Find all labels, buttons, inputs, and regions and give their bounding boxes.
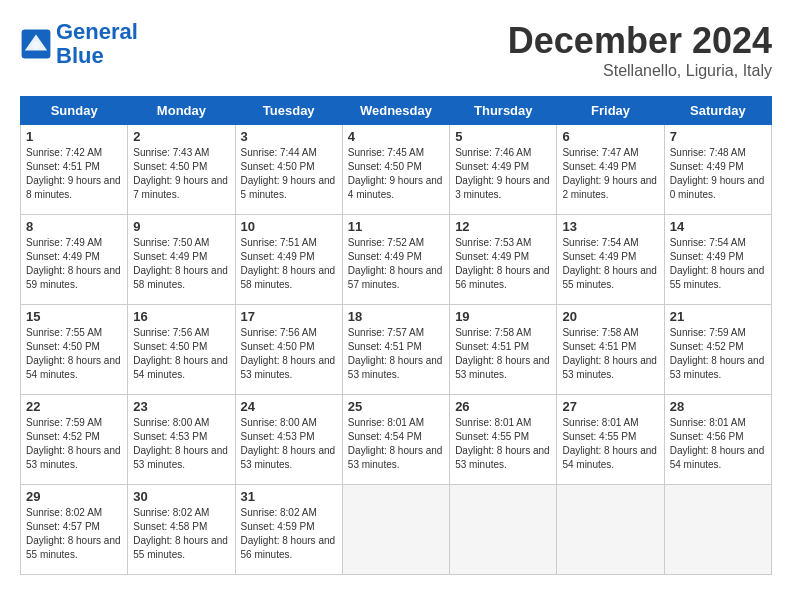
page-header: General Blue December 2024 Stellanello, … [20, 20, 772, 80]
daylight-label: Daylight: 8 hours and 53 minutes. [133, 445, 228, 470]
calendar-day-cell: 22 Sunrise: 7:59 AM Sunset: 4:52 PM Dayl… [21, 395, 128, 485]
day-info: Sunrise: 8:02 AM Sunset: 4:57 PM Dayligh… [26, 506, 122, 562]
sunset-label: Sunset: 4:52 PM [670, 341, 744, 352]
calendar-day-cell: 17 Sunrise: 7:56 AM Sunset: 4:50 PM Dayl… [235, 305, 342, 395]
day-info: Sunrise: 7:43 AM Sunset: 4:50 PM Dayligh… [133, 146, 229, 202]
sunrise-label: Sunrise: 7:47 AM [562, 147, 638, 158]
daylight-label: Daylight: 8 hours and 53 minutes. [348, 355, 443, 380]
calendar-day-cell: 31 Sunrise: 8:02 AM Sunset: 4:59 PM Dayl… [235, 485, 342, 575]
calendar-day-cell: 5 Sunrise: 7:46 AM Sunset: 4:49 PM Dayli… [450, 125, 557, 215]
day-number: 23 [133, 399, 229, 414]
header-wednesday: Wednesday [342, 97, 449, 125]
header-saturday: Saturday [664, 97, 771, 125]
calendar-day-cell [450, 485, 557, 575]
daylight-label: Daylight: 9 hours and 2 minutes. [562, 175, 657, 200]
day-number: 21 [670, 309, 766, 324]
sunset-label: Sunset: 4:49 PM [562, 251, 636, 262]
sunrise-label: Sunrise: 7:54 AM [670, 237, 746, 248]
calendar-week-row: 15 Sunrise: 7:55 AM Sunset: 4:50 PM Dayl… [21, 305, 772, 395]
sunset-label: Sunset: 4:51 PM [455, 341, 529, 352]
day-info: Sunrise: 7:52 AM Sunset: 4:49 PM Dayligh… [348, 236, 444, 292]
calendar-day-cell: 13 Sunrise: 7:54 AM Sunset: 4:49 PM Dayl… [557, 215, 664, 305]
day-info: Sunrise: 7:49 AM Sunset: 4:49 PM Dayligh… [26, 236, 122, 292]
daylight-label: Daylight: 8 hours and 58 minutes. [241, 265, 336, 290]
title-area: December 2024 Stellanello, Liguria, Ital… [508, 20, 772, 80]
daylight-label: Daylight: 8 hours and 53 minutes. [348, 445, 443, 470]
sunset-label: Sunset: 4:49 PM [455, 251, 529, 262]
sunrise-label: Sunrise: 7:57 AM [348, 327, 424, 338]
sunrise-label: Sunrise: 7:54 AM [562, 237, 638, 248]
calendar-day-cell: 1 Sunrise: 7:42 AM Sunset: 4:51 PM Dayli… [21, 125, 128, 215]
day-number: 31 [241, 489, 337, 504]
calendar-day-cell: 12 Sunrise: 7:53 AM Sunset: 4:49 PM Dayl… [450, 215, 557, 305]
daylight-label: Daylight: 9 hours and 3 minutes. [455, 175, 550, 200]
day-number: 29 [26, 489, 122, 504]
day-info: Sunrise: 7:58 AM Sunset: 4:51 PM Dayligh… [562, 326, 658, 382]
sunset-label: Sunset: 4:50 PM [133, 341, 207, 352]
calendar-week-row: 8 Sunrise: 7:49 AM Sunset: 4:49 PM Dayli… [21, 215, 772, 305]
logo-line1: General [56, 19, 138, 44]
sunrise-label: Sunrise: 7:43 AM [133, 147, 209, 158]
header-tuesday: Tuesday [235, 97, 342, 125]
sunrise-label: Sunrise: 8:01 AM [348, 417, 424, 428]
day-number: 2 [133, 129, 229, 144]
daylight-label: Daylight: 9 hours and 0 minutes. [670, 175, 765, 200]
day-number: 24 [241, 399, 337, 414]
calendar-day-cell [664, 485, 771, 575]
daylight-label: Daylight: 8 hours and 53 minutes. [241, 445, 336, 470]
sunrise-label: Sunrise: 7:53 AM [455, 237, 531, 248]
daylight-label: Daylight: 8 hours and 56 minutes. [455, 265, 550, 290]
sunset-label: Sunset: 4:50 PM [241, 161, 315, 172]
sunset-label: Sunset: 4:53 PM [241, 431, 315, 442]
svg-point-2 [32, 42, 40, 50]
day-number: 15 [26, 309, 122, 324]
daylight-label: Daylight: 9 hours and 8 minutes. [26, 175, 121, 200]
daylight-label: Daylight: 8 hours and 55 minutes. [26, 535, 121, 560]
sunrise-label: Sunrise: 8:01 AM [562, 417, 638, 428]
sunset-label: Sunset: 4:51 PM [562, 341, 636, 352]
day-number: 8 [26, 219, 122, 234]
day-info: Sunrise: 7:53 AM Sunset: 4:49 PM Dayligh… [455, 236, 551, 292]
calendar-day-cell: 23 Sunrise: 8:00 AM Sunset: 4:53 PM Dayl… [128, 395, 235, 485]
sunrise-label: Sunrise: 8:01 AM [670, 417, 746, 428]
calendar-day-cell: 16 Sunrise: 7:56 AM Sunset: 4:50 PM Dayl… [128, 305, 235, 395]
location: Stellanello, Liguria, Italy [508, 62, 772, 80]
sunset-label: Sunset: 4:56 PM [670, 431, 744, 442]
calendar-day-cell: 30 Sunrise: 8:02 AM Sunset: 4:58 PM Dayl… [128, 485, 235, 575]
header-monday: Monday [128, 97, 235, 125]
day-info: Sunrise: 8:01 AM Sunset: 4:55 PM Dayligh… [455, 416, 551, 472]
calendar-day-cell: 27 Sunrise: 8:01 AM Sunset: 4:55 PM Dayl… [557, 395, 664, 485]
day-number: 7 [670, 129, 766, 144]
daylight-label: Daylight: 8 hours and 55 minutes. [133, 535, 228, 560]
calendar-day-cell: 18 Sunrise: 7:57 AM Sunset: 4:51 PM Dayl… [342, 305, 449, 395]
daylight-label: Daylight: 8 hours and 53 minutes. [562, 355, 657, 380]
header-friday: Friday [557, 97, 664, 125]
day-info: Sunrise: 7:56 AM Sunset: 4:50 PM Dayligh… [241, 326, 337, 382]
sunset-label: Sunset: 4:51 PM [348, 341, 422, 352]
sunrise-label: Sunrise: 7:52 AM [348, 237, 424, 248]
day-info: Sunrise: 8:01 AM Sunset: 4:54 PM Dayligh… [348, 416, 444, 472]
sunrise-label: Sunrise: 8:02 AM [133, 507, 209, 518]
day-info: Sunrise: 8:00 AM Sunset: 4:53 PM Dayligh… [241, 416, 337, 472]
calendar-day-cell: 20 Sunrise: 7:58 AM Sunset: 4:51 PM Dayl… [557, 305, 664, 395]
calendar-day-cell: 28 Sunrise: 8:01 AM Sunset: 4:56 PM Dayl… [664, 395, 771, 485]
calendar-day-cell: 9 Sunrise: 7:50 AM Sunset: 4:49 PM Dayli… [128, 215, 235, 305]
day-number: 5 [455, 129, 551, 144]
calendar-day-cell: 2 Sunrise: 7:43 AM Sunset: 4:50 PM Dayli… [128, 125, 235, 215]
day-info: Sunrise: 7:59 AM Sunset: 4:52 PM Dayligh… [26, 416, 122, 472]
day-number: 13 [562, 219, 658, 234]
calendar-day-cell: 19 Sunrise: 7:58 AM Sunset: 4:51 PM Dayl… [450, 305, 557, 395]
calendar-day-cell: 26 Sunrise: 8:01 AM Sunset: 4:55 PM Dayl… [450, 395, 557, 485]
sunrise-label: Sunrise: 7:55 AM [26, 327, 102, 338]
calendar-day-cell [557, 485, 664, 575]
day-number: 27 [562, 399, 658, 414]
day-number: 19 [455, 309, 551, 324]
sunrise-label: Sunrise: 7:59 AM [26, 417, 102, 428]
day-number: 10 [241, 219, 337, 234]
calendar-day-cell: 15 Sunrise: 7:55 AM Sunset: 4:50 PM Dayl… [21, 305, 128, 395]
day-info: Sunrise: 7:42 AM Sunset: 4:51 PM Dayligh… [26, 146, 122, 202]
header-sunday: Sunday [21, 97, 128, 125]
day-number: 6 [562, 129, 658, 144]
daylight-label: Daylight: 8 hours and 53 minutes. [455, 445, 550, 470]
calendar-day-cell: 10 Sunrise: 7:51 AM Sunset: 4:49 PM Dayl… [235, 215, 342, 305]
